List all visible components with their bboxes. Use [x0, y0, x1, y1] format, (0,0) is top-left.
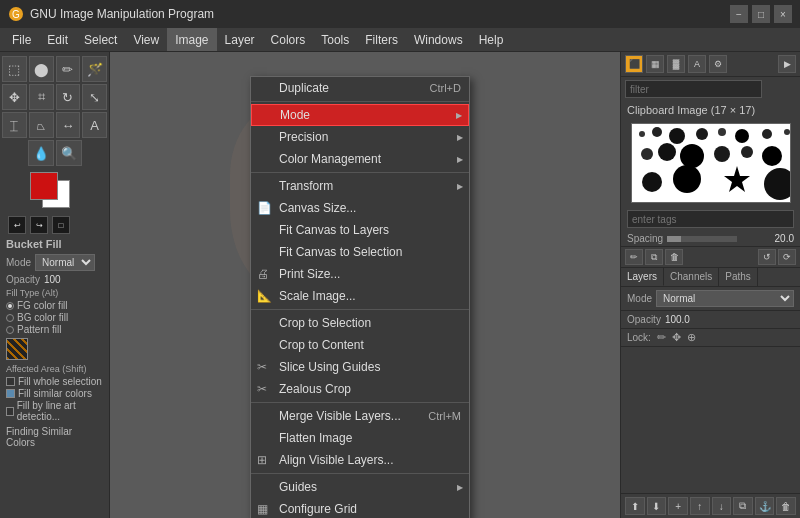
layer-mode-select[interactable]: Normal: [656, 290, 794, 307]
scroll-up-btn[interactable]: ⬆: [625, 497, 645, 515]
menu-merge-layers[interactable]: Merge Visible Layers... Ctrl+M: [251, 405, 469, 427]
fill-whole-selection: Fill whole selection: [6, 376, 103, 387]
menu-duplicate[interactable]: Duplicate Ctrl+D: [251, 77, 469, 99]
mode-select[interactable]: Normal: [35, 254, 95, 271]
lock-row: Lock: ✏ ✥ ⊕: [621, 329, 800, 347]
affected-area: Affected Area (Shift) Fill whole selecti…: [6, 364, 103, 422]
tool-scale[interactable]: ⤡: [82, 84, 107, 110]
menu-guides[interactable]: Guides: [251, 476, 469, 498]
menu-colors[interactable]: Colors: [263, 28, 314, 51]
menu-zealous-crop[interactable]: ✂ Zealous Crop: [251, 378, 469, 400]
gradient-icon-btn[interactable]: ▓: [667, 55, 685, 73]
lower-layer-btn[interactable]: ↓: [712, 497, 732, 515]
edit-brush-btn[interactable]: ✏: [625, 249, 643, 265]
tag-input[interactable]: [627, 210, 794, 228]
pattern-icon-btn[interactable]: ▦: [646, 55, 664, 73]
menu-configure-grid[interactable]: ▦ Configure Grid: [251, 498, 469, 518]
menu-view[interactable]: View: [125, 28, 167, 51]
delete-layer-btn[interactable]: 🗑: [776, 497, 796, 515]
tab-paths[interactable]: Paths: [719, 268, 758, 286]
layer-mode-row: Mode Normal: [621, 287, 800, 311]
fill-pattern-radio[interactable]: [6, 326, 14, 334]
menu-mode[interactable]: Mode: [251, 104, 469, 126]
tool-ellipse-select[interactable]: ⬤: [29, 56, 54, 82]
fg-color-swatch[interactable]: [30, 172, 58, 200]
raise-layer-btn[interactable]: ↑: [690, 497, 710, 515]
brush-icon-btn[interactable]: ⬛: [625, 55, 643, 73]
scroll-down-btn[interactable]: ⬇: [647, 497, 667, 515]
duplicate-brush-btn[interactable]: ⧉: [645, 249, 663, 265]
fill-lineart-check[interactable]: [6, 407, 14, 416]
menu-fit-canvas-selection[interactable]: Fit Canvas to Selection: [251, 241, 469, 263]
menu-edit[interactable]: Edit: [39, 28, 76, 51]
maximize-button[interactable]: □: [752, 5, 770, 23]
fill-whole-check[interactable]: [6, 377, 15, 386]
menu-align-layers[interactable]: ⊞ Align Visible Layers...: [251, 449, 469, 471]
menu-fit-canvas-layers[interactable]: Fit Canvas to Layers: [251, 219, 469, 241]
undo-history-btn[interactable]: ↩: [8, 216, 26, 234]
mode-row: Mode Normal: [6, 254, 103, 271]
menu-tools[interactable]: Tools: [313, 28, 357, 51]
lock-alpha-btn[interactable]: ⊕: [687, 331, 696, 344]
lock-pixels-btn[interactable]: ✏: [657, 331, 666, 344]
settings-icon-btn[interactable]: ⚙: [709, 55, 727, 73]
menu-select[interactable]: Select: [76, 28, 125, 51]
redo-btn[interactable]: ↪: [30, 216, 48, 234]
menu-scale-image[interactable]: 📐 Scale Image...: [251, 285, 469, 307]
menu-print-size[interactable]: 🖨 Print Size...: [251, 263, 469, 285]
menu-transform[interactable]: Transform: [251, 175, 469, 197]
font-icon-btn[interactable]: A: [688, 55, 706, 73]
menu-flatten[interactable]: Flatten Image: [251, 427, 469, 449]
tool-text[interactable]: A: [82, 112, 107, 138]
tool-colorpicker[interactable]: 💧: [28, 140, 54, 166]
fill-type-label: Fill Type (Alt): [6, 288, 103, 298]
new-layer-btn[interactable]: +: [668, 497, 688, 515]
menu-color-management[interactable]: Color Management: [251, 148, 469, 170]
tool-flip[interactable]: ↔: [56, 112, 81, 138]
lock-position-btn[interactable]: ✥: [672, 331, 681, 344]
reset-btn[interactable]: ↺: [758, 249, 776, 265]
svg-point-9: [784, 129, 790, 135]
collapse-panel-btn[interactable]: ▶: [778, 55, 796, 73]
slice-icon: ✂: [257, 360, 267, 374]
fill-type-fg: FG color fill: [6, 300, 103, 311]
display-btn[interactable]: □: [52, 216, 70, 234]
tool-crop[interactable]: ⌗: [29, 84, 54, 110]
fill-bg-radio[interactable]: [6, 314, 14, 322]
spacing-slider[interactable]: [667, 236, 737, 242]
menu-image[interactable]: Image: [167, 28, 216, 51]
tool-perspective[interactable]: ⏢: [29, 112, 54, 138]
duplicate-layer-btn[interactable]: ⧉: [733, 497, 753, 515]
tab-layers[interactable]: Layers: [621, 268, 664, 286]
menu-crop-content[interactable]: Crop to Content: [251, 334, 469, 356]
tab-channels[interactable]: Channels: [664, 268, 719, 286]
menu-precision[interactable]: Precision: [251, 126, 469, 148]
tool-zoom[interactable]: 🔍: [56, 140, 82, 166]
menu-slice-guides[interactable]: ✂ Slice Using Guides: [251, 356, 469, 378]
tool-free-select[interactable]: ✏: [56, 56, 81, 82]
menu-crop-selection[interactable]: Crop to Selection: [251, 312, 469, 334]
anchor-layer-btn[interactable]: ⚓: [755, 497, 775, 515]
delete-brush-btn[interactable]: 🗑: [665, 249, 683, 265]
toolbar-row-2: ✥ ⌗ ↻ ⤡: [2, 84, 107, 110]
tool-rectangle-select[interactable]: ⬚: [2, 56, 27, 82]
fill-fg-radio[interactable]: [6, 302, 14, 310]
menu-filters[interactable]: Filters: [357, 28, 406, 51]
refresh-btn[interactable]: ⟳: [778, 249, 796, 265]
tool-rotate[interactable]: ↻: [56, 84, 81, 110]
fill-similar-colors: Fill similar colors: [6, 388, 103, 399]
tool-fuzzy-select[interactable]: 🪄: [82, 56, 107, 82]
menu-file[interactable]: File: [4, 28, 39, 51]
fill-similar-check[interactable]: [6, 389, 15, 398]
menu-windows[interactable]: Windows: [406, 28, 471, 51]
minimize-button[interactable]: −: [730, 5, 748, 23]
menu-canvas-size[interactable]: 📄 Canvas Size...: [251, 197, 469, 219]
tool-shear[interactable]: ⌶: [2, 112, 27, 138]
window-controls[interactable]: − □ ×: [730, 5, 792, 23]
menu-help[interactable]: Help: [471, 28, 512, 51]
close-button[interactable]: ×: [774, 5, 792, 23]
filter-input[interactable]: [625, 80, 762, 98]
tool-move[interactable]: ✥: [2, 84, 27, 110]
menu-layer[interactable]: Layer: [217, 28, 263, 51]
svg-text:G: G: [12, 9, 20, 20]
